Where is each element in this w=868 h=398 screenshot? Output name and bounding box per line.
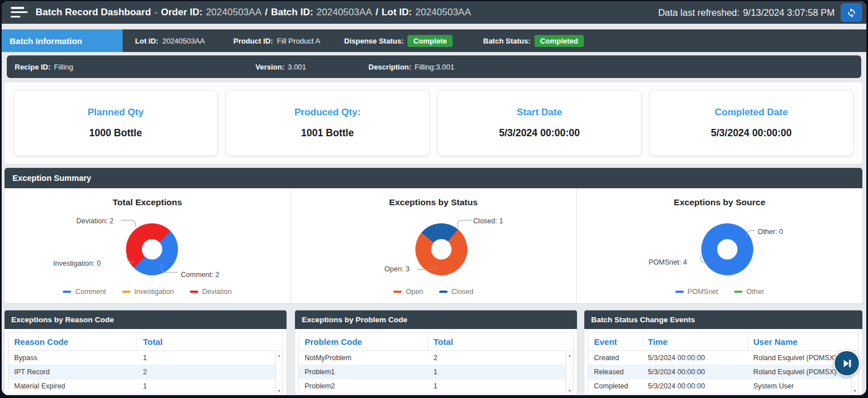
callout-other: Other: 0 bbox=[758, 228, 783, 236]
start-date-title: Start Date bbox=[517, 107, 562, 118]
legend-total-exceptions: Comment Investigation Deviation bbox=[5, 288, 290, 296]
order-id-value: 20240503AA bbox=[206, 7, 261, 18]
recipe-bar: Recipe ID: Filling Version: 3.001 Descri… bbox=[7, 55, 861, 78]
last-refreshed-time: 9/13/2024 3:07:58 PM bbox=[743, 7, 835, 18]
page-title: Batch Record Dashboard - Order ID: 20240… bbox=[36, 1, 471, 24]
callout-connector bbox=[127, 255, 134, 262]
legend-item-deviation[interactable]: Deviation bbox=[190, 288, 232, 296]
legend-item-comment[interactable]: Comment bbox=[63, 288, 106, 296]
scroll-down-icon[interactable]: ▼ bbox=[853, 389, 857, 393]
dashboard-title: Batch Record Dashboard bbox=[36, 7, 151, 18]
batch-status-change-events-panel: Batch Status Change Events Event Time Us… bbox=[584, 310, 863, 395]
callout-connector bbox=[747, 230, 755, 236]
status-events-table: Event Time User Name Created 5/3/2024 00… bbox=[588, 332, 859, 395]
tab-batch-information[interactable]: Batch Information bbox=[2, 29, 123, 52]
exceptions-by-status-chart: Exceptions by Status Closed: 1 Open: 3 O… bbox=[290, 188, 576, 303]
exception-summary-panel: Exception Summary Total Exceptions Devia… bbox=[4, 167, 863, 304]
kpi-cards-panel: Planned Qty 1000 Bottle Produced Qty: 10… bbox=[4, 81, 863, 165]
legend-swatch-open bbox=[393, 291, 402, 293]
batch-information-bar: Batch Information Lot ID: 20240503AA Pro… bbox=[2, 29, 866, 52]
refresh-button[interactable] bbox=[841, 3, 862, 21]
legend-swatch-closed bbox=[439, 291, 448, 293]
produced-qty-card: Produced Qty: 1001 Bottle bbox=[225, 90, 429, 156]
reason-code-panel-header: Exceptions by Reason Code bbox=[5, 310, 287, 329]
callout-pomsnet: POMSnet: 4 bbox=[649, 258, 687, 266]
exceptions-by-source-chart: Exceptions by Source Other: 0 POMSnet: 4… bbox=[577, 188, 862, 303]
problem-code-table: Problem Code Total NotMyProblem 2 Proble… bbox=[298, 332, 574, 395]
lot-id-value: 20240503AA bbox=[415, 7, 471, 18]
legend-swatch-deviation bbox=[190, 291, 198, 293]
lot-id-field: Lot ID: 20240503AA bbox=[135, 29, 205, 52]
table-row: Bypass 1 bbox=[8, 351, 283, 365]
status-events-table-header: Event Time User Name bbox=[588, 332, 858, 351]
reason-code-table: Reason Code Total Bypass 1 IPT Record 2 … bbox=[8, 332, 283, 395]
vertical-scrollbar[interactable]: ▲ ▼ bbox=[275, 352, 283, 395]
scroll-down-icon[interactable]: ▼ bbox=[277, 389, 281, 393]
legend-swatch-pomsnet bbox=[675, 291, 684, 293]
lot-id-label: Lot ID: bbox=[381, 7, 412, 18]
table-row: Released 5/3/2024 00:00:00 Roland Esquiv… bbox=[588, 365, 858, 379]
legend-item-open[interactable]: Open bbox=[393, 288, 423, 296]
legend-swatch-other bbox=[734, 291, 743, 293]
table-row: Material Expired 1 bbox=[8, 379, 283, 393]
completed-date-value: 5/3/2024 00:00:00 bbox=[711, 127, 792, 139]
order-id-label: Order ID: bbox=[161, 7, 203, 18]
dispense-status-field: Dispense Status: Complete bbox=[344, 29, 453, 52]
chart-title-exceptions-by-source: Exceptions by Source bbox=[577, 197, 862, 207]
exception-summary-body: Total Exceptions Deviation: 2 Investigat… bbox=[5, 188, 862, 303]
callout-deviation: Deviation: 2 bbox=[76, 217, 114, 225]
total-exceptions-chart: Total Exceptions Deviation: 2 Investigat… bbox=[5, 188, 290, 303]
planned-qty-card: Planned Qty 1000 Bottle bbox=[14, 90, 218, 156]
exceptions-by-source-donut[interactable] bbox=[701, 223, 753, 275]
callout-connector bbox=[121, 220, 136, 227]
callout-open: Open: 3 bbox=[384, 265, 409, 273]
callout-investigation: Investigation: 0 bbox=[53, 259, 101, 267]
callout-connector bbox=[700, 255, 708, 263]
table-row: Problem2 1 bbox=[299, 379, 573, 393]
exceptions-by-problem-code-panel: Exceptions by Problem Code Problem Code … bbox=[294, 310, 578, 395]
app-header: Batch Record Dashboard - Order ID: 20240… bbox=[2, 1, 866, 24]
callout-connector bbox=[161, 264, 177, 272]
planned-qty-value: 1000 Bottle bbox=[89, 127, 142, 139]
skip-next-icon bbox=[840, 357, 854, 370]
start-date-value: 5/3/2024 00:00:00 bbox=[499, 127, 580, 139]
callout-connector bbox=[418, 265, 436, 270]
legend-swatch-comment bbox=[63, 291, 71, 293]
legend-item-other[interactable]: Other bbox=[734, 288, 764, 296]
produced-qty-title: Produced Qty: bbox=[294, 107, 361, 118]
legend-exceptions-by-status: Open Closed bbox=[290, 288, 576, 296]
callout-closed: Closed: 1 bbox=[473, 217, 503, 225]
legend-item-pomsnet[interactable]: POMSnet bbox=[675, 288, 718, 296]
recipe-version-field: Version: 3.001 bbox=[255, 55, 306, 78]
exception-summary-header: Exception Summary bbox=[5, 168, 862, 188]
problem-code-panel-header: Exceptions by Problem Code bbox=[295, 310, 577, 329]
refresh-icon bbox=[846, 7, 857, 18]
table-row: NotMyProblem 2 bbox=[299, 351, 573, 365]
problem-code-table-header: Problem Code Total bbox=[299, 332, 573, 351]
scroll-up-icon[interactable]: ▲ bbox=[568, 353, 572, 357]
last-refreshed: Data last refreshed: 9/13/2024 3:07:58 P… bbox=[658, 1, 835, 24]
start-date-card: Start Date 5/3/2024 00:00:00 bbox=[437, 90, 641, 156]
vertical-scrollbar[interactable]: ▲ ▼ bbox=[566, 352, 573, 395]
batch-id-value: 20240503AA bbox=[316, 7, 372, 18]
dashboard-window: Batch Record Dashboard - Order ID: 20240… bbox=[2, 1, 866, 395]
completed-date-card: Completed Date 5/3/2024 00:00:00 bbox=[649, 90, 853, 156]
legend-item-closed[interactable]: Closed bbox=[439, 288, 474, 296]
chart-title-exceptions-by-status: Exceptions by Status bbox=[290, 197, 576, 207]
status-events-panel-header: Batch Status Change Events bbox=[584, 310, 862, 329]
batch-id-label: Batch ID: bbox=[271, 7, 313, 18]
batch-status-field: Batch Status: Completed bbox=[483, 29, 584, 52]
planned-qty-title: Planned Qty bbox=[88, 107, 144, 118]
legend-item-investigation[interactable]: Investigation bbox=[122, 288, 174, 296]
reason-code-table-header: Reason Code Total bbox=[8, 332, 283, 351]
scroll-up-icon[interactable]: ▲ bbox=[277, 353, 281, 357]
last-refreshed-label: Data last refreshed: bbox=[658, 7, 740, 18]
scroll-down-icon[interactable]: ▼ bbox=[568, 389, 572, 393]
table-row: IPT Record 2 bbox=[8, 365, 283, 379]
produced-qty-value: 1001 Bottle bbox=[301, 127, 354, 139]
expand-next-fab-button[interactable] bbox=[834, 350, 860, 377]
chart-title-total-exceptions: Total Exceptions bbox=[5, 197, 290, 207]
table-row: Created 5/3/2024 00:00:00 Roland Esquive… bbox=[588, 351, 858, 365]
exceptions-by-reason-code-panel: Exceptions by Reason Code Reason Code To… bbox=[4, 310, 287, 395]
hamburger-menu-icon[interactable] bbox=[11, 7, 28, 19]
